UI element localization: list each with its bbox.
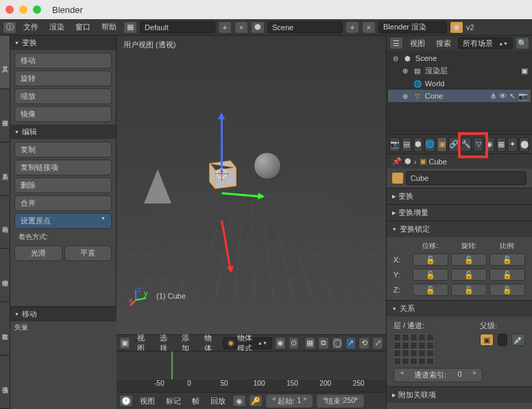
tab-constraints-icon[interactable]: 🔗 bbox=[448, 137, 459, 152]
scene-dropdown[interactable]: Scene bbox=[267, 21, 343, 34]
lock-loc-z[interactable]: 🔓 bbox=[413, 284, 448, 296]
visibility-icon[interactable]: 👁 bbox=[499, 92, 507, 101]
duplicate-linked-button[interactable]: 复制链接项 bbox=[14, 160, 112, 175]
close-window-button[interactable] bbox=[5, 5, 14, 14]
tab-animation[interactable]: 动画 bbox=[0, 196, 10, 249]
expand-icon[interactable]: ⊕ bbox=[400, 66, 410, 76]
panel-transform-header[interactable]: 变换 bbox=[10, 36, 116, 50]
timeline-cursor[interactable] bbox=[171, 351, 173, 380]
expand-icon[interactable]: ⊕ bbox=[400, 91, 410, 101]
layer-grid-1[interactable] bbox=[394, 334, 434, 349]
sphere-object[interactable] bbox=[254, 152, 281, 179]
outliner-item-world[interactable]: 🌐 World bbox=[388, 77, 531, 90]
layers-icon[interactable]: ▦ bbox=[304, 337, 315, 349]
mode-dropdown[interactable]: ◉物体模式▲▼ bbox=[223, 337, 272, 349]
outliner-item-cone[interactable]: ⊕ ▽ Cone ⋔ 👁 ↖ 📷 bbox=[388, 90, 531, 102]
scene-icon[interactable]: ⬢ bbox=[251, 21, 265, 34]
scale-button[interactable]: 缩放 bbox=[14, 88, 112, 104]
tab-material-icon[interactable]: ◉ bbox=[485, 137, 495, 152]
manipulator-scale-icon[interactable]: ⤢ bbox=[372, 337, 383, 349]
tab-create[interactable]: 创建 bbox=[0, 89, 10, 142]
keying-set-icon[interactable]: 🔑 bbox=[249, 395, 263, 407]
menu-select[interactable]: 选择 bbox=[156, 333, 176, 354]
flat-button[interactable]: 平直 bbox=[64, 245, 112, 261]
maximize-window-button[interactable] bbox=[33, 5, 41, 14]
layout-dropdown[interactable]: Default bbox=[140, 21, 215, 34]
menu-render[interactable]: 渲染 bbox=[45, 22, 69, 32]
mirror-button[interactable]: 镜像 bbox=[14, 106, 112, 122]
manipulator-rotate-icon[interactable]: ⟲ bbox=[359, 337, 370, 349]
pin-icon[interactable]: 📌 bbox=[392, 157, 402, 166]
engine-dropdown[interactable]: Blender 渲染 bbox=[378, 21, 447, 34]
menu-file[interactable]: 文件 bbox=[19, 22, 43, 32]
passindex-field[interactable]: 通道索引:0 bbox=[394, 368, 483, 382]
outliner-item-scene[interactable]: ⊖ ⬢ Scene bbox=[388, 52, 531, 64]
viewport[interactable]: 用户视图 (透视) (1) Cube z y x bbox=[117, 36, 386, 334]
menu-window[interactable]: 窗口 bbox=[71, 22, 95, 32]
menu-view[interactable]: 视图 bbox=[133, 333, 153, 354]
lock-scale-z[interactable]: 🔓 bbox=[489, 284, 525, 296]
editor-type-3dview-icon[interactable]: ▣ bbox=[119, 337, 130, 349]
tab-particles-icon[interactable]: ✦ bbox=[507, 137, 518, 152]
lock-rot-x[interactable]: 🔓 bbox=[451, 253, 487, 266]
tab-physics[interactable]: 物理 bbox=[0, 249, 10, 302]
smooth-button[interactable]: 光滑 bbox=[14, 245, 62, 261]
layer-grid-2[interactable] bbox=[394, 349, 434, 365]
tab-texture-icon[interactable]: ▦ bbox=[496, 137, 507, 152]
proportional-icon[interactable]: ◯ bbox=[332, 337, 343, 349]
tab-tools[interactable]: 工具 bbox=[0, 36, 10, 89]
remove-scene-button[interactable]: × bbox=[362, 21, 376, 34]
tab-object-icon[interactable]: ▣ bbox=[437, 137, 447, 152]
tab-relations[interactable]: 关系 bbox=[0, 142, 10, 196]
lock-loc-x[interactable]: 🔓 bbox=[413, 253, 448, 266]
tl-menu-frame[interactable]: 帧 bbox=[188, 396, 204, 406]
tab-world-icon[interactable]: 🌐 bbox=[424, 137, 435, 152]
minimize-window-button[interactable] bbox=[19, 5, 27, 14]
object-name-field[interactable] bbox=[406, 171, 527, 185]
panel-edit-header[interactable]: 编辑 bbox=[10, 125, 116, 139]
add-scene-button[interactable]: + bbox=[346, 21, 359, 34]
tab-renderlayers-icon[interactable]: ▤ bbox=[402, 137, 412, 152]
menu-object[interactable]: 物体 bbox=[200, 333, 220, 354]
cone-object[interactable] bbox=[144, 169, 171, 203]
parent-eyedropper-icon[interactable]: 💉 bbox=[511, 334, 525, 346]
tab-grease[interactable]: 抓取 bbox=[0, 302, 10, 356]
parent-field[interactable] bbox=[498, 334, 507, 346]
manipulator-translate-icon[interactable]: ↗ bbox=[346, 337, 356, 349]
start-frame-field[interactable]: 起始:1 bbox=[265, 394, 313, 408]
remove-layout-button[interactable]: × bbox=[234, 21, 248, 34]
outliner-tree[interactable]: ⊖ ⬢ Scene ⊕ ▤ 渲染层 ▣ 🌐 World ⊕ ▽ bbox=[387, 51, 532, 134]
auto-keyframe-icon[interactable]: ◉ bbox=[232, 395, 246, 407]
end-frame-field[interactable]: 结束:250 bbox=[316, 394, 365, 408]
duplicate-button[interactable]: 复制 bbox=[14, 142, 112, 158]
editor-type-timeline-icon[interactable]: 🕐 bbox=[119, 395, 133, 407]
tab-data-icon[interactable]: ▽ bbox=[473, 137, 483, 152]
operator-header[interactable]: 移动 bbox=[10, 307, 117, 321]
add-layout-button[interactable]: + bbox=[218, 21, 232, 34]
cursor-icon[interactable]: ↖ bbox=[509, 92, 516, 101]
editor-type-outliner-icon[interactable]: ☰ bbox=[389, 37, 403, 49]
outliner-item-renderlayers[interactable]: ⊕ ▤ 渲染层 ▣ bbox=[388, 64, 531, 77]
ol-menu-view[interactable]: 视图 bbox=[406, 38, 429, 49]
translate-button[interactable]: 移动 bbox=[14, 53, 112, 69]
menu-add[interactable]: 添加 bbox=[178, 333, 197, 354]
tab-options[interactable]: 选项 bbox=[0, 356, 10, 409]
menu-help[interactable]: 帮助 bbox=[97, 22, 121, 32]
ol-menu-search[interactable]: 搜索 bbox=[432, 38, 455, 49]
expand-icon[interactable]: ⊖ bbox=[391, 53, 400, 63]
timeline-canvas[interactable]: -50 0 50 100 150 200 250 bbox=[117, 351, 386, 393]
lock-rot-z[interactable]: 🔓 bbox=[451, 284, 487, 296]
lock-scale-x[interactable]: 🔓 bbox=[489, 253, 525, 266]
shading-solid-icon[interactable]: ◉ bbox=[275, 337, 286, 349]
screen-layout-icon[interactable]: ▦ bbox=[123, 21, 137, 34]
lock-loc-y[interactable]: 🔓 bbox=[413, 269, 448, 281]
rotate-button[interactable]: 旋转 bbox=[14, 71, 112, 86]
join-button[interactable]: 合并 bbox=[14, 195, 112, 211]
lock-rot-y[interactable]: 🔓 bbox=[451, 269, 487, 281]
tab-render-icon[interactable]: 📷 bbox=[389, 137, 400, 152]
tab-scene-icon[interactable]: ⬢ bbox=[413, 137, 424, 152]
pivot-icon[interactable]: ⊙ bbox=[289, 337, 300, 349]
tl-menu-view[interactable]: 视图 bbox=[136, 396, 159, 406]
restrict-icon[interactable]: ▣ bbox=[521, 66, 528, 75]
outliner-filter-dropdown[interactable]: 所有场景▲▼ bbox=[458, 37, 513, 49]
